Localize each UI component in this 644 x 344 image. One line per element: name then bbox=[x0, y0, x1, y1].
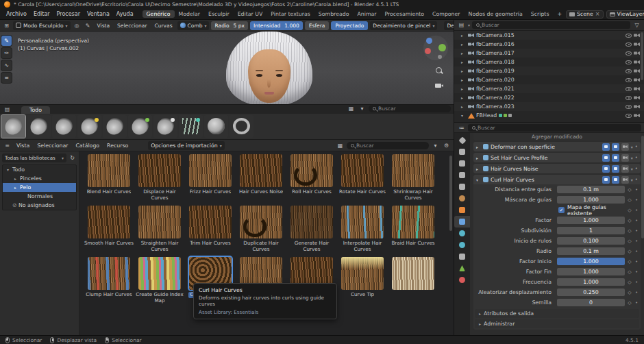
asset-grid-scrollbar[interactable] bbox=[449, 156, 452, 231]
brush-thumbnail[interactable] bbox=[179, 115, 203, 138]
modifier-subpanel[interactable]: ▸ Administrar bbox=[475, 319, 639, 328]
asset-item[interactable]: Interpolate Hair Curves bbox=[337, 206, 388, 252]
property-value-field[interactable]: 0.250 bbox=[557, 288, 625, 296]
asset-item[interactable]: Trim Hair Curves bbox=[185, 206, 236, 252]
workspace-tab[interactable]: Nodos de geometría bbox=[465, 10, 527, 18]
outliner-row[interactable]: ▸ fbCamera.022 bbox=[454, 93, 644, 102]
decorator-dot-icon[interactable]: • bbox=[634, 280, 639, 285]
render-camera-icon[interactable] bbox=[634, 78, 640, 82]
keyframe-diamond-icon[interactable]: ◇ bbox=[627, 290, 632, 295]
shelf-search[interactable] bbox=[369, 105, 451, 112]
browser-menu-item[interactable]: Catálogo bbox=[73, 142, 102, 149]
radius-slider[interactable]: Radio5 px bbox=[211, 21, 247, 30]
outliner-row[interactable]: ▸ fbCamera.016 bbox=[454, 40, 644, 49]
browser-menu-icon[interactable]: ≡ bbox=[3, 141, 12, 150]
property-value-field[interactable]: 1.000 bbox=[557, 196, 625, 204]
outliner-row[interactable]: ▸ fbCamera.017 bbox=[454, 49, 644, 58]
keyframe-diamond-icon[interactable]: ◇ bbox=[627, 259, 632, 265]
hide-eye-icon[interactable] bbox=[626, 51, 632, 56]
show-render-toggle[interactable] bbox=[621, 165, 629, 173]
asset-thumbnail[interactable] bbox=[88, 206, 130, 238]
shelf-options-icon[interactable]: ▤ bbox=[3, 105, 12, 114]
keyframe-diamond-icon[interactable]: ◇ bbox=[627, 228, 632, 234]
brush-thumbnail[interactable] bbox=[230, 115, 253, 138]
keyframe-diamond-icon[interactable]: ◇ bbox=[627, 238, 632, 244]
3d-viewport[interactable]: ✎ ✑ ∿ ≡ Personalizada (perspectiva) (1) … bbox=[0, 32, 454, 104]
properties-tab-icon[interactable] bbox=[454, 169, 470, 181]
editor-type-icon[interactable]: ⊞ bbox=[2, 21, 11, 30]
property-value-field[interactable]: 1.000 bbox=[557, 258, 625, 265]
asset-thumbnail[interactable] bbox=[290, 206, 333, 238]
asset-thumbnail[interactable] bbox=[341, 257, 384, 290]
gizmo-x-axis[interactable] bbox=[425, 48, 431, 54]
property-value-field[interactable]: 1.000 bbox=[557, 217, 625, 224]
expand-arrow-icon[interactable]: ▾ bbox=[461, 113, 466, 118]
filter-chevron-icon[interactable]: ▾ bbox=[431, 141, 440, 150]
expand-arrow-icon[interactable]: ▸ bbox=[461, 104, 466, 109]
catalog-item[interactable]: ▸ Pinceles bbox=[3, 174, 76, 183]
drag-dot-icon[interactable]: • bbox=[635, 144, 638, 149]
properties-scrollbar[interactable] bbox=[641, 136, 644, 238]
brush-thumbnail[interactable] bbox=[27, 115, 51, 138]
asset-item[interactable]: Displace Hair Curves bbox=[134, 154, 185, 201]
modifier-panel-header[interactable]: ▸ Hair Curves Noise ▾ • bbox=[473, 164, 641, 173]
outliner-row[interactable]: ▸ fbCamera.020 bbox=[454, 75, 644, 84]
render-camera-icon[interactable] bbox=[634, 69, 640, 73]
property-value-field[interactable]: 0 bbox=[557, 299, 625, 306]
properties-search[interactable] bbox=[468, 124, 641, 132]
asset-item[interactable]: Smooth Hair Curves bbox=[84, 206, 134, 252]
import-options-dropdown[interactable]: Opciones de importación▾ bbox=[148, 141, 225, 150]
expand-arrow-icon[interactable]: ▸ bbox=[479, 311, 481, 316]
refresh-library-icon[interactable]: ↻ bbox=[68, 153, 77, 162]
render-camera-icon[interactable] bbox=[634, 51, 640, 56]
expand-arrow-icon[interactable]: ▸ bbox=[461, 86, 466, 91]
browser-settings-icon[interactable]: ⚙ bbox=[442, 141, 451, 150]
render-camera-icon[interactable] bbox=[634, 34, 640, 38]
keyframe-diamond-icon[interactable]: ◇ bbox=[627, 187, 632, 193]
keyframe-diamond-icon[interactable]: ◇ bbox=[627, 300, 632, 306]
decorator-dot-icon[interactable]: • bbox=[634, 238, 639, 244]
show-edit-toggle[interactable] bbox=[612, 143, 619, 151]
app-menu-item[interactable]: Archivo bbox=[3, 10, 30, 18]
expand-arrow-icon[interactable]: ▸ bbox=[476, 167, 481, 171]
extras-chevron-icon[interactable]: ▾ bbox=[631, 167, 633, 171]
render-camera-icon[interactable] bbox=[634, 87, 640, 91]
edit-pencil-icon[interactable]: ✎ bbox=[84, 21, 92, 30]
decorator-dot-icon[interactable]: • bbox=[634, 269, 639, 275]
modifier-panel-header[interactable]: ▸ Set Hair Curve Profile ▾ • bbox=[473, 153, 641, 162]
library-selector[interactable]: Todas las bibliotecas▾ bbox=[2, 153, 66, 162]
property-value-field[interactable]: 1.000 bbox=[557, 278, 625, 286]
workspace-tab[interactable]: Modelar bbox=[175, 10, 204, 18]
workspace-tab[interactable]: Esculpir bbox=[204, 10, 234, 18]
asset-item[interactable]: Blend Hair Curves bbox=[84, 154, 134, 201]
asset-item[interactable]: Create Guide Index Map bbox=[134, 257, 185, 304]
drag-dot-icon[interactable]: • bbox=[635, 155, 638, 160]
camera-view-icon[interactable] bbox=[434, 81, 444, 90]
asset-thumbnail[interactable] bbox=[88, 257, 130, 290]
decorator-dot-icon[interactable]: • bbox=[634, 187, 639, 193]
asset-thumbnail[interactable] bbox=[138, 257, 181, 290]
outliner-search-input[interactable] bbox=[482, 22, 626, 28]
brush-thumbnail[interactable] bbox=[77, 115, 101, 138]
asset-thumbnail[interactable] bbox=[138, 206, 181, 238]
workspace-tab[interactable]: Sombreado bbox=[314, 10, 354, 18]
asset-item[interactable]: Generate Hair Curves bbox=[286, 206, 337, 252]
outliner-editor-icon[interactable]: ▤ bbox=[457, 21, 466, 29]
catalog-item[interactable]: Normales bbox=[3, 192, 76, 201]
asset-thumbnail[interactable] bbox=[341, 206, 384, 238]
expand-arrow-icon[interactable]: ▸ bbox=[461, 95, 466, 100]
catalog-item[interactable]: No asignados bbox=[3, 201, 76, 210]
app-menu-item[interactable]: Editar bbox=[30, 10, 53, 18]
render-camera-icon[interactable] bbox=[634, 114, 640, 118]
grow-tool-button[interactable]: ≡ bbox=[1, 73, 12, 83]
brush-thumbnail[interactable] bbox=[153, 115, 177, 138]
thumbnail-size-icon[interactable]: ▦ bbox=[336, 141, 345, 150]
asset-thumbnail[interactable] bbox=[240, 154, 282, 187]
asset-item[interactable]: Curve Tip bbox=[337, 257, 388, 304]
unlink-scene-icon[interactable]: × bbox=[595, 11, 600, 17]
expand-arrow-icon[interactable]: ▾ bbox=[5, 167, 10, 172]
filter-funnel-icon[interactable]: ▽ bbox=[632, 21, 641, 29]
drag-dot-icon[interactable]: • bbox=[635, 166, 638, 171]
asset-item[interactable]: Frizz Hair Curves bbox=[185, 154, 236, 201]
asset-thumbnail[interactable] bbox=[88, 154, 130, 187]
